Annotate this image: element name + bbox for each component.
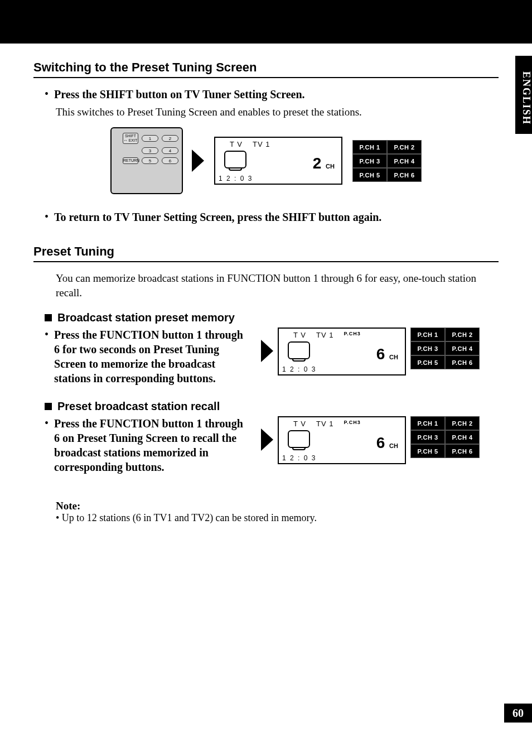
tv-pch-label: P.CH3: [344, 331, 360, 339]
sub-heading-text: Preset broadcast station recall: [57, 400, 220, 413]
sub-heading-text: Broadcast station preset memory: [57, 311, 235, 324]
page-number: 60: [504, 704, 532, 723]
tv-time: 1 2 : 0 3: [282, 454, 316, 462]
remote-button-1: 1: [142, 135, 158, 142]
bullet-row: • Press the SHIFT button on TV Tuner Set…: [45, 87, 499, 102]
arrow-right-icon: [262, 341, 273, 361]
pch-cell-4: P.CH 4: [445, 341, 480, 355]
two-column-row: • Press the FUNCTION button 1 through 6 …: [33, 328, 499, 389]
square-icon: [45, 314, 52, 321]
pch-cell-1: P.CH 1: [410, 416, 445, 430]
remote-button-6: 6: [162, 157, 178, 164]
pch-grid: P.CH 1 P.CH 2 P.CH 3 P.CH 4 P.CH 5 P.CH …: [410, 328, 480, 369]
bullet-row: • Press the FUNCTION button 1 through 6 …: [45, 328, 245, 386]
page-header-bar: [0, 0, 532, 44]
bullet-text: Press the FUNCTION button 1 through 6 fo…: [54, 328, 245, 386]
remote-shift-button: SHIFT ↔ EXIT: [123, 133, 138, 144]
square-icon: [45, 403, 52, 410]
pch-cell-1: P.CH 1: [410, 328, 445, 341]
sub-heading-memory: Broadcast station preset memory: [33, 311, 499, 324]
section-title-preset: Preset Tuning: [33, 244, 499, 262]
remote-button-4: 4: [162, 147, 178, 154]
tv-icon: [288, 430, 310, 448]
tv-time: 1 2 : 0 3: [219, 175, 253, 182]
bullet-row: • Press the FUNCTION button 1 through 6 …: [45, 416, 245, 474]
pch-cell-5: P.CH 5: [410, 355, 445, 369]
tv-screen-3: T V TV 1 P.CH3 6 CH 1 2 : 0 3: [278, 416, 406, 464]
tv-sublabel: TV 1: [316, 331, 333, 339]
pch-cell-5: P.CH 5: [410, 444, 445, 458]
tv-channel: 6 CH: [376, 345, 398, 363]
tv-channel: 6 CH: [376, 434, 398, 452]
pch-grid: P.CH 1 P.CH 2 P.CH 3 P.CH 4 P.CH 5 P.CH …: [352, 140, 422, 182]
note-title: Note:: [56, 500, 499, 512]
remote-button-2: 2: [162, 135, 178, 142]
bullet-row: • To return to TV Tuner Setting Screen, …: [45, 210, 499, 224]
pch-cell-3: P.CH 3: [410, 341, 445, 355]
pch-cell-2: P.CH 2: [387, 140, 422, 154]
tv-channel: 2 CH: [313, 155, 335, 172]
tv-icon: [288, 341, 310, 359]
bullet-icon: •: [45, 87, 49, 100]
bullet-icon: •: [45, 416, 49, 430]
note-block: Note: • Up to 12 stations (6 in TV1 and …: [56, 500, 499, 524]
pch-cell-3: P.CH 3: [352, 154, 387, 168]
tv-sublabel: TV 1: [253, 140, 270, 148]
tv-screen-2: T V TV 1 P.CH3 6 CH 1 2 : 0 3: [278, 328, 406, 375]
remote-diagram: SHIFT ↔ EXIT 1 2 3 4 RETURN 5 6: [110, 127, 183, 194]
arrow-right-icon: [193, 151, 204, 171]
bullet-icon: •: [45, 328, 49, 341]
tv-time: 1 2 : 0 3: [282, 365, 316, 373]
description-text: This switches to Preset Tuning Screen an…: [56, 105, 499, 119]
pch-cell-5: P.CH 5: [352, 168, 387, 182]
bullet-text: Press the SHIFT button on TV Tuner Setti…: [54, 87, 305, 102]
arrow-right-icon: [262, 430, 273, 450]
pch-cell-2: P.CH 2: [445, 328, 480, 341]
remote-return-button: RETURN: [123, 157, 138, 164]
remote-button-5: 5: [142, 157, 158, 164]
pch-cell-6: P.CH 6: [445, 444, 480, 458]
sub-heading-recall: Preset broadcast station recall: [33, 400, 499, 413]
tv-sublabel: TV 1: [316, 420, 333, 428]
language-tab: ENGLISH: [515, 56, 532, 134]
tv-screen-1: T V TV 1 2 CH 1 2 : 0 3: [214, 137, 342, 185]
pch-cell-2: P.CH 2: [445, 416, 480, 430]
pch-grid: P.CH 1 P.CH 2 P.CH 3 P.CH 4 P.CH 5 P.CH …: [410, 416, 480, 458]
remote-button-3: 3: [142, 147, 158, 154]
section-title-switching: Switching to the Preset Tuning Screen: [33, 60, 499, 78]
bullet-icon: •: [45, 210, 49, 223]
pch-cell-3: P.CH 3: [410, 430, 445, 444]
pch-cell-4: P.CH 4: [387, 154, 422, 168]
pch-cell-1: P.CH 1: [352, 140, 387, 154]
note-text: • Up to 12 stations (6 in TV1 and TV2) c…: [56, 512, 499, 524]
tv-icon: [224, 151, 246, 168]
bullet-text: To return to TV Tuner Setting Screen, pr…: [54, 210, 381, 224]
pch-cell-4: P.CH 4: [445, 430, 480, 444]
tv-label: T V: [293, 420, 306, 428]
diagram-row-1: SHIFT ↔ EXIT 1 2 3 4 RETURN 5 6 T V TV 1: [33, 127, 499, 194]
bullet-text: Press the FUNCTION button 1 through 6 on…: [54, 416, 245, 474]
section-intro: You can memorize broadcast stations in F…: [56, 271, 499, 300]
tv-label: T V: [230, 140, 243, 148]
pch-cell-6: P.CH 6: [445, 355, 480, 369]
tv-label: T V: [293, 331, 306, 339]
two-column-row: • Press the FUNCTION button 1 through 6 …: [33, 416, 499, 478]
page-content: Switching to the Preset Tuning Screen • …: [0, 44, 532, 524]
tv-pch-label: P.CH3: [344, 420, 360, 428]
pch-cell-6: P.CH 6: [387, 168, 422, 182]
